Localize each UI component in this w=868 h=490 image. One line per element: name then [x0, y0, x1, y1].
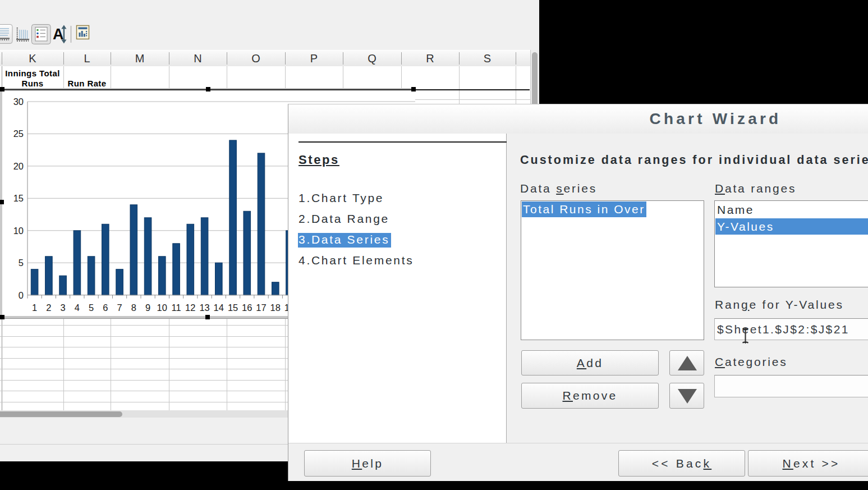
svg-text:17: 17 — [256, 303, 266, 313]
svg-text:6: 6 — [103, 303, 108, 313]
svg-text:14: 14 — [214, 303, 224, 313]
svg-text:15: 15 — [13, 193, 24, 203]
svg-text:9: 9 — [145, 303, 150, 313]
svg-text:7: 7 — [117, 303, 122, 313]
svg-text:10: 10 — [157, 303, 167, 313]
svg-text:4: 4 — [75, 303, 80, 313]
svg-text:13: 13 — [199, 303, 209, 313]
svg-text:12: 12 — [185, 303, 195, 313]
svg-text:20: 20 — [13, 161, 24, 171]
svg-text:3: 3 — [61, 303, 66, 313]
svg-text:0: 0 — [19, 290, 24, 300]
svg-text:5: 5 — [89, 303, 94, 313]
svg-text:2: 2 — [46, 303, 51, 313]
svg-text:16: 16 — [242, 303, 252, 313]
svg-text:30: 30 — [13, 97, 24, 107]
svg-text:10: 10 — [13, 226, 24, 236]
svg-text:1: 1 — [32, 303, 37, 313]
svg-text:25: 25 — [13, 129, 24, 139]
svg-text:18: 18 — [270, 303, 281, 313]
svg-text:5: 5 — [19, 258, 24, 268]
svg-text:11: 11 — [172, 303, 181, 313]
svg-text:15: 15 — [228, 303, 238, 313]
svg-text:8: 8 — [131, 303, 136, 313]
